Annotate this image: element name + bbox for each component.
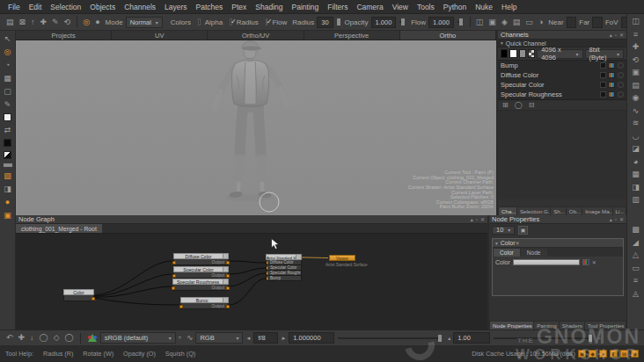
3d-viewport-canvas[interactable]: Current Tool : Paint (P) Current Object:… — [16, 40, 496, 215]
grid-panel-icon[interactable]: ▩ — [632, 226, 640, 234]
node-graph-tab[interactable]: clothing_001_Merged - Root — [16, 224, 102, 233]
lut-curve-icon[interactable]: ∿ — [187, 334, 194, 342]
alpha-checkbox[interactable] — [198, 18, 201, 25]
exposure-down-icon[interactable]: ◄ — [245, 336, 251, 341]
brush-target-icon[interactable]: ◎ — [83, 18, 90, 26]
history-count-select[interactable]: 10 — [492, 226, 515, 235]
channel-size-select[interactable]: 4096 x 4096 — [537, 49, 582, 59]
node-expand-button[interactable] — [296, 255, 301, 259]
near-input[interactable] — [567, 17, 577, 28]
ellipse-select-icon[interactable]: ◔ — [5, 61, 10, 69]
tab-painting[interactable]: Painting — [534, 322, 559, 329]
tab-image-manager[interactable]: Image Ma... — [582, 207, 611, 215]
pin-icon[interactable]: ▴ — [610, 216, 612, 222]
input-port[interactable] — [266, 277, 268, 280]
menu-python[interactable]: Python — [439, 3, 471, 11]
close-icon[interactable]: ✕ — [619, 32, 624, 38]
marquee-select-icon[interactable]: ▢ — [4, 87, 11, 96]
node-specular-roughness[interactable]: Specular Roughness Output — [172, 279, 229, 291]
flow-slider[interactable] — [457, 21, 463, 23]
clone-stamp-icon[interactable]: ◨ — [4, 185, 11, 193]
tab-color[interactable]: Color — [494, 249, 520, 257]
float-icon[interactable]: ▫ — [615, 33, 617, 38]
layers-icon[interactable]: ▤ — [513, 18, 521, 26]
menu-edit[interactable]: Edit — [25, 3, 47, 11]
black-fill-swatch[interactable] — [501, 49, 508, 58]
close-project-icon[interactable]: ⊠ — [19, 18, 26, 26]
output-port[interactable] — [91, 297, 95, 300]
output-port[interactable] — [226, 261, 230, 264]
input-port[interactable] — [266, 272, 268, 275]
tab-perspective[interactable]: Perspective — [304, 31, 400, 40]
reset-color-icon[interactable]: ✕ — [592, 259, 596, 265]
camera-cube-icon[interactable]: ◫ — [476, 18, 484, 26]
shelf-icon[interactable]: ◪ — [632, 145, 640, 153]
tab-tool-properties[interactable]: Tool Properties — [585, 322, 626, 329]
node-graph-canvas[interactable]: Color Diffuse Color Output Specular Colo… — [16, 234, 487, 329]
node-expand-button[interactable] — [223, 298, 228, 302]
output-port[interactable] — [226, 305, 230, 308]
transform-tool-icon[interactable]: ◎ — [4, 47, 11, 56]
menu-file[interactable]: File — [4, 3, 25, 11]
tab-ortho-uv[interactable]: Ortho/UV — [208, 31, 304, 40]
tab-channels[interactable]: Cha... — [499, 207, 516, 215]
add-channel-icon[interactable]: ⊞ — [502, 101, 509, 109]
node-bump[interactable]: Bump Output — [180, 297, 229, 309]
menu-objects[interactable]: Objects — [85, 3, 120, 11]
stack-icon[interactable]: ≡ — [633, 277, 638, 285]
mirror-icon[interactable]: ◑ — [538, 18, 543, 26]
radius-slider[interactable] — [337, 21, 339, 23]
cache-status-icon-3[interactable]: ● — [599, 350, 607, 358]
menu-selection[interactable]: Selection — [46, 3, 85, 11]
zoom-input[interactable]: 1.00 — [453, 332, 490, 344]
node-artist-standard-surface[interactable]: Artist Standard Surface Diffuse Color Sp… — [266, 254, 302, 281]
tab-uv[interactable]: UV — [112, 31, 208, 40]
layers-panel-icon[interactable]: ▤ — [632, 82, 640, 90]
menu-ptex[interactable]: Ptex — [227, 3, 251, 11]
falloff-icon[interactable]: ◡ — [633, 133, 640, 141]
node-specular-color[interactable]: Specular Color Output — [173, 266, 229, 279]
menu-patches[interactable]: Patches — [192, 3, 228, 11]
color-profile-icon[interactable] — [88, 334, 97, 342]
new-project-icon[interactable]: ▤ — [6, 18, 14, 26]
output-port[interactable] — [226, 274, 230, 278]
pin-icon[interactable]: ▴ — [610, 32, 612, 38]
patch-select-icon[interactable]: ▦ — [4, 74, 11, 83]
input-port[interactable] — [172, 274, 176, 278]
white-fill-swatch[interactable] — [509, 49, 516, 58]
menu-help[interactable]: Help — [497, 3, 521, 11]
folder-icon[interactable]: ▭ — [525, 18, 533, 26]
node-expand-button[interactable] — [223, 267, 228, 272]
paint-through-icon[interactable]: ▧ — [4, 171, 11, 180]
export-icon[interactable]: ↑ — [31, 18, 35, 26]
swap-colors-icon[interactable]: ⇄ — [4, 126, 11, 134]
menu-camera[interactable]: Camera — [352, 3, 387, 11]
zoom-fit-icon[interactable]: ▫ — [598, 336, 600, 341]
uv-view-icon[interactable]: ◫ — [632, 18, 640, 25]
cache-status-icon-5[interactable]: ▤ — [620, 350, 628, 358]
pan-lock-icon[interactable]: ✚ — [18, 334, 26, 342]
channel-row-specular-roughness[interactable]: Specular Roughness — [498, 90, 626, 99]
orbit-lock-icon[interactable]: ◯ — [40, 334, 48, 342]
select-tool-icon[interactable]: ↖ — [4, 34, 11, 43]
flow-input[interactable]: 1.000 — [428, 17, 454, 28]
fstop-input[interactable]: f/8 — [253, 332, 278, 344]
exposure-up-icon[interactable]: ► — [281, 336, 286, 341]
symmetry-icon[interactable]: ◈ — [501, 18, 508, 26]
cache-status-icon-2[interactable]: ◆ — [589, 350, 596, 358]
color-picker-icon[interactable] — [582, 259, 589, 265]
colorspace-select[interactable]: sRGB (default) — [100, 332, 176, 344]
color-split-swatch[interactable] — [4, 151, 11, 159]
menu-view[interactable]: View — [388, 3, 413, 11]
history-icon[interactable]: ⟲ — [633, 56, 640, 64]
menu-shading[interactable]: Shading — [251, 3, 287, 11]
node-viewer[interactable]: Viewer — [329, 255, 355, 261]
tab-node-properties[interactable]: Node Properties — [490, 322, 533, 329]
curves-icon[interactable]: ∿ — [633, 107, 640, 115]
gray-value-swatch[interactable] — [4, 163, 12, 167]
zoom-lock-icon[interactable]: ↓ — [30, 334, 34, 342]
menu-nuke[interactable]: Nuke — [471, 3, 497, 11]
close-icon[interactable]: ✕ — [619, 216, 624, 222]
channel-row-diffuse[interactable]: Diffuse Color — [498, 70, 626, 80]
input-port[interactable] — [172, 261, 176, 264]
